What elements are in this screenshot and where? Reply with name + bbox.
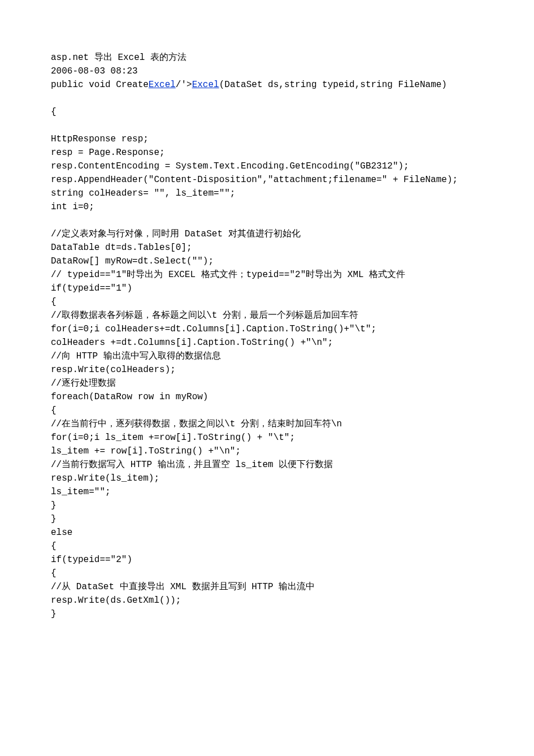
code-line: for(i=0;i colHeaders+=dt.Columns[i].Capt… xyxy=(51,324,376,334)
code-comment: //从 DataSet 中直接导出 XML 数据并且写到 HTTP 输出流中 xyxy=(51,582,315,592)
code-line: resp = Page.Response; xyxy=(51,148,165,158)
title-line: asp.net 导出 Excel 表的方法 xyxy=(51,53,186,63)
timestamp: 2006-08-03 08:23 xyxy=(51,66,138,76)
code-comment: //取得数据表各列标题，各标题之间以\t 分割，最后一个列标题后加回车符 xyxy=(51,310,358,321)
code-comment: //向 HTTP 输出流中写入取得的数据信息 xyxy=(51,351,221,361)
code-line: resp.AppendHeader("Content-Disposition",… xyxy=(51,175,458,185)
code-line: DataTable dt=ds.Tables[0]; xyxy=(51,243,192,253)
code-line: { xyxy=(51,297,57,307)
code-line: ls_item += row[i].ToString() +"\n"; xyxy=(51,446,241,456)
code-line: if(typeid=="2") xyxy=(51,555,132,565)
excel-link-2[interactable]: Excel xyxy=(192,80,219,90)
code-line: string colHeaders= "", ls_item=""; xyxy=(51,188,235,198)
code-line: resp.Write(ls_item); xyxy=(51,473,159,483)
code-line: int i=0; xyxy=(51,202,94,212)
excel-link-1[interactable]: Excel xyxy=(149,80,176,90)
code-line: { xyxy=(51,568,57,578)
code-line: else xyxy=(51,528,72,538)
code-line: colHeaders +=dt.Columns[i].Caption.ToStr… xyxy=(51,338,333,348)
code-comment: //定义表对象与行对像，同时用 DataSet 对其值进行初始化 xyxy=(51,229,301,239)
code-comment: //在当前行中，逐列获得数据，数据之间以\t 分割，结束时加回车符\n xyxy=(51,419,342,429)
code-line: } xyxy=(51,609,57,619)
code-line: } xyxy=(51,514,57,524)
method-sig-post: (DataSet ds,string typeid,string FileNam… xyxy=(219,80,447,90)
code-line: HttpResponse resp; xyxy=(51,134,149,144)
document-page: asp.net 导出 Excel 表的方法 2006-08-03 08:23 p… xyxy=(0,0,534,756)
code-line: resp.Write(colHeaders); xyxy=(51,365,176,375)
code-line: for(i=0;i ls_item +=row[i].ToString() + … xyxy=(51,433,295,443)
code-line: { xyxy=(51,541,57,551)
code-line: resp.Write(ds.GetXml()); xyxy=(51,595,181,606)
code-comment: //逐行处理数据 xyxy=(51,378,116,388)
code-line: DataRow[] myRow=dt.Select(""); xyxy=(51,256,214,266)
code-line: if(typeid=="1") xyxy=(51,283,132,293)
code-comment: //当前行数据写入 HTTP 输出流，并且置空 ls_item 以便下行数据 xyxy=(51,460,333,470)
code-comment: // typeid=="1"时导出为 EXCEL 格式文件；typeid=="2… xyxy=(51,270,405,280)
code-line: resp.ContentEncoding = System.Text.Encod… xyxy=(51,161,409,171)
code-line: } xyxy=(51,500,57,511)
code-line: foreach(DataRow row in myRow) xyxy=(51,392,208,402)
method-sig-mid: /'> xyxy=(176,80,192,90)
code-line: { xyxy=(51,107,57,117)
code-line: ls_item=""; xyxy=(51,487,111,497)
code-line: { xyxy=(51,405,57,416)
method-sig-pre: public void Create xyxy=(51,80,149,90)
